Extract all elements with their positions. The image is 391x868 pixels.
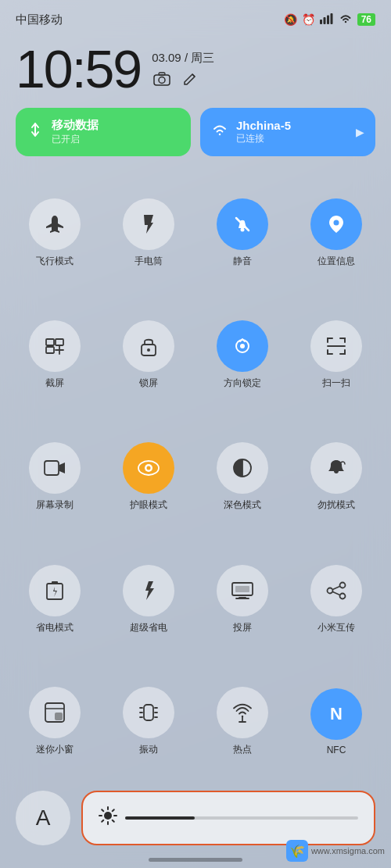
svg-point-7 xyxy=(241,227,245,231)
super-battery-button[interactable] xyxy=(123,565,174,616)
location-label: 位置信息 xyxy=(317,255,355,268)
svg-rect-1 xyxy=(323,17,325,24)
svg-point-30 xyxy=(340,582,346,588)
flashlight-item: 手电筒 xyxy=(102,170,196,292)
flashlight-label: 手电筒 xyxy=(135,255,163,268)
screenshot-button[interactable] xyxy=(29,320,81,372)
silent-button[interactable] xyxy=(217,198,268,250)
svg-rect-10 xyxy=(46,339,54,345)
svg-rect-0 xyxy=(320,20,322,24)
scan-label: 扫一扫 xyxy=(322,377,350,390)
screen-record-button[interactable] xyxy=(29,442,81,494)
edit-icon[interactable] xyxy=(180,69,200,89)
svg-point-9 xyxy=(334,220,339,225)
silent-item: 静音 xyxy=(196,170,289,292)
watermark-logo: 🌾 xyxy=(286,840,308,862)
eye-protection-button[interactable] xyxy=(123,442,174,494)
mobile-data-title: 移动数据 xyxy=(52,118,99,133)
nfc-label: NFC xyxy=(327,745,346,755)
battery-saver-button[interactable] xyxy=(29,565,81,616)
svg-rect-35 xyxy=(55,713,63,720)
brightness-fill xyxy=(125,816,195,820)
airplane-mode-item: 飞行模式 xyxy=(8,170,102,292)
eye-protection-item: 护眼模式 xyxy=(102,415,196,537)
home-indicator[interactable] xyxy=(149,858,242,862)
status-icons: 🔕 ⏰ 76 xyxy=(284,13,375,27)
scan-item: 扫一扫 xyxy=(289,292,383,414)
location-button[interactable] xyxy=(310,198,362,250)
battery-saver-label: 省电模式 xyxy=(36,621,74,634)
screen-record-item: 屏幕录制 xyxy=(8,415,102,537)
camera-icon[interactable] xyxy=(152,69,172,89)
mobile-data-icon xyxy=(27,121,44,143)
date-text: 03.09 / 周三 xyxy=(152,51,214,66)
svg-line-54 xyxy=(102,820,103,822)
battery-icon: 76 xyxy=(357,13,375,26)
mobile-data-text: 移动数据 已开启 xyxy=(52,118,99,146)
nfc-button[interactable]: N xyxy=(310,688,362,740)
wifi-name: Jhchina-5 xyxy=(236,119,291,132)
watermark: 🌾 www.xmsigma.com xyxy=(286,840,385,862)
screenshot-item: 截屏 xyxy=(8,292,102,414)
lock-screen-label: 锁屏 xyxy=(139,377,158,390)
time-area: 10:59 03.09 / 周三 xyxy=(0,34,391,100)
font-size-label: A xyxy=(36,805,51,830)
lock-screen-item: 锁屏 xyxy=(102,292,196,414)
super-battery-label: 超级省电 xyxy=(130,621,167,634)
svg-line-52 xyxy=(113,820,114,822)
dnd-button[interactable] xyxy=(310,442,362,494)
quick-tiles-row: 移动数据 已开启 Jhchina-5 已连接 ▶ xyxy=(0,100,391,164)
battery-saver-item: 省电模式 xyxy=(8,537,102,659)
hotspot-button[interactable] xyxy=(217,687,268,738)
screen-record-label: 屏幕录制 xyxy=(36,498,74,512)
cast-label: 投屏 xyxy=(233,621,252,634)
svg-point-14 xyxy=(147,348,150,352)
brightness-icon xyxy=(99,806,117,830)
svg-rect-12 xyxy=(46,347,54,353)
mini-window-label: 迷你小窗 xyxy=(36,743,74,756)
svg-line-53 xyxy=(113,809,114,811)
mobile-data-subtitle: 已开启 xyxy=(52,133,99,146)
mobile-data-tile[interactable]: 移动数据 已开启 xyxy=(16,108,191,156)
mini-window-button[interactable] xyxy=(29,687,81,738)
svg-rect-28 xyxy=(235,586,249,592)
rotation-item: 方向锁定 xyxy=(196,292,289,414)
silent-label: 静音 xyxy=(233,255,252,268)
vibration-button[interactable] xyxy=(123,687,174,738)
watermark-url: www.xmsigma.com xyxy=(311,846,385,855)
airplane-mode-label: 飞行模式 xyxy=(36,255,74,268)
control-grid: 飞行模式 手电筒 静音 xyxy=(0,164,391,788)
svg-rect-18 xyxy=(45,461,59,475)
svg-point-29 xyxy=(328,588,333,593)
date-area: 03.09 / 周三 xyxy=(152,51,214,95)
mi-share-button[interactable] xyxy=(310,565,362,616)
rotation-button[interactable] xyxy=(217,320,268,372)
scan-button[interactable] xyxy=(310,320,362,372)
mute-icon: 🔕 xyxy=(284,13,297,26)
cast-item: 投屏 xyxy=(196,537,289,659)
font-size-button[interactable]: A xyxy=(16,791,70,845)
flashlight-button[interactable] xyxy=(123,198,174,250)
dark-mode-button[interactable] xyxy=(217,442,268,494)
svg-rect-37 xyxy=(144,705,153,720)
wifi-tile[interactable]: Jhchina-5 已连接 ▶ xyxy=(200,108,375,156)
nfc-item: N NFC xyxy=(289,659,383,781)
wifi-status-icon xyxy=(339,13,353,27)
svg-point-46 xyxy=(104,812,112,820)
dark-mode-item: 深色模式 xyxy=(196,415,289,537)
eye-protection-label: 护眼模式 xyxy=(130,498,167,512)
mi-share-label: 小米互传 xyxy=(317,621,355,634)
cast-button[interactable] xyxy=(217,565,268,616)
signal-icon xyxy=(320,13,334,27)
svg-rect-6 xyxy=(159,73,165,75)
vibration-item: 振动 xyxy=(102,659,196,781)
wifi-tile-icon xyxy=(211,122,228,142)
lock-screen-button[interactable] xyxy=(123,320,174,372)
airplane-mode-button[interactable] xyxy=(29,198,81,250)
dark-mode-label: 深色模式 xyxy=(224,498,261,512)
wifi-status: 已连接 xyxy=(236,132,291,145)
brightness-slider[interactable] xyxy=(81,791,375,845)
time-display: 10:59 xyxy=(16,42,141,95)
rotation-label: 方向锁定 xyxy=(224,377,261,390)
status-bar: 中国移动 🔕 ⏰ 76 xyxy=(0,0,391,34)
